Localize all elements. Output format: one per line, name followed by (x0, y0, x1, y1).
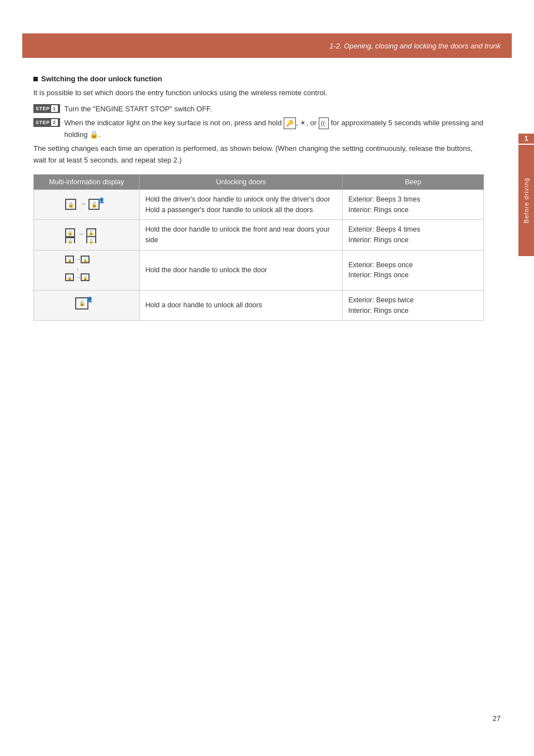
svg-text:🔓: 🔓 (91, 202, 97, 208)
door-icon-4: 🔓 👤 (65, 296, 109, 315)
main-content: Switching the door unlock function It is… (33, 75, 501, 321)
unlock-table: Multi-information display Unlocking door… (33, 174, 484, 321)
header-title: 1-2. Opening, closing and locking the do… (329, 42, 501, 50)
unlock-cell-3: Hold the door handle to unlock the door (140, 250, 343, 290)
step-2-badge: STEP 2 (33, 118, 60, 127)
svg-text:🔒: 🔒 (67, 276, 72, 281)
step-1-badge: STEP 1 (33, 104, 60, 113)
intro-text: It is possible to set which doors the en… (33, 87, 484, 99)
svg-text:→: → (80, 200, 86, 207)
svg-text:🔒: 🔒 (67, 202, 74, 208)
icon-group-4: 🔓 👤 (39, 296, 134, 315)
svg-text:🔒: 🔒 (67, 258, 72, 263)
section-title: Switching the door unlock function (33, 75, 484, 83)
page-header: 1-2. Opening, closing and locking the do… (22, 33, 512, 58)
door-icon-2: 🔒 🔒 → 🔓 🔓 (65, 227, 109, 243)
icon-group-1: 🔒 → 🔓 👤 (39, 197, 134, 213)
svg-text:🔓: 🔓 (88, 230, 94, 235)
svg-text:🔓: 🔓 (82, 276, 87, 281)
door-icon-1: 🔒 → 🔓 👤 (65, 197, 109, 213)
step-2-line: STEP 2 When the indicator light on the k… (33, 117, 484, 140)
unlock-cell-1: Hold the driver's door handle to unlock … (140, 189, 343, 220)
sidebar-label: Before driving (523, 178, 530, 223)
beep-cell-3: Exterior: Beeps once Interior: Rings onc… (343, 250, 484, 290)
col-header-display: Multi-information display (34, 174, 140, 189)
icon-cell-2: 🔒 🔒 → 🔓 🔓 (34, 220, 140, 251)
bullet-icon (33, 77, 38, 81)
icon-group-2: 🔒 🔒 → 🔓 🔓 (39, 227, 134, 243)
beep-cell-4: Exterior: Beeps twice Interior: Rings on… (343, 290, 484, 321)
icon-cell-1: 🔒 → 🔓 👤 (34, 189, 140, 220)
svg-text:🔒: 🔒 (67, 230, 73, 235)
table-row: 🔒 → 🔓 ↓ 🔒 → 🔓 (34, 250, 484, 290)
step-1-text: Turn the "ENGINE START STOP" switch OFF. (65, 104, 212, 115)
svg-text:→: → (76, 274, 81, 280)
icon-group-3: 🔒 → 🔓 ↓ 🔒 → 🔓 (39, 255, 134, 286)
icon-cell-3: 🔒 → 🔓 ↓ 🔒 → 🔓 (34, 250, 140, 290)
table-row: 🔒 🔒 → 🔓 🔓 Hol (34, 220, 484, 251)
svg-text:🔓: 🔓 (78, 300, 85, 307)
svg-text:👤: 👤 (87, 296, 93, 303)
unlock-cell-4: Hold a door handle to unlock all doors (140, 290, 343, 321)
svg-text:↓: ↓ (76, 266, 79, 272)
sidebar-section: Before driving (518, 145, 534, 256)
table-row: 🔓 👤 Hold a door handle to unlock all doo… (34, 290, 484, 321)
col-header-beep: Beep (343, 174, 484, 189)
page-number: 27 (493, 714, 501, 723)
col-header-unlocking: Unlocking doors (140, 174, 343, 189)
svg-text:👤: 👤 (98, 197, 105, 204)
beep-cell-2: Exterior: Beeps 4 times Interior: Rings … (343, 220, 484, 251)
svg-text:🔓: 🔓 (88, 239, 94, 243)
step-2-text: When the indicator light on the key surf… (65, 117, 484, 140)
step-1-line: STEP 1 Turn the "ENGINE START STOP" swit… (33, 104, 484, 115)
chapter-number: 1 (518, 134, 534, 144)
icon-cell-4: 🔓 👤 (34, 290, 140, 321)
svg-text:→: → (78, 230, 84, 237)
setting-note: The setting changes each time an operati… (33, 143, 484, 166)
svg-text:🔓: 🔓 (82, 258, 87, 263)
beep-cell-1: Exterior: Beeps 3 times Interior: Rings … (343, 189, 484, 220)
svg-text:🔒: 🔒 (67, 239, 73, 243)
svg-text:→: → (76, 257, 81, 262)
door-icon-3: 🔒 → 🔓 ↓ 🔒 → 🔓 (65, 255, 109, 286)
table-row: 🔒 → 🔓 👤 Hold the driver's door handle to… (34, 189, 484, 220)
unlock-cell-2: Hold the door handle to unlock the front… (140, 220, 343, 251)
